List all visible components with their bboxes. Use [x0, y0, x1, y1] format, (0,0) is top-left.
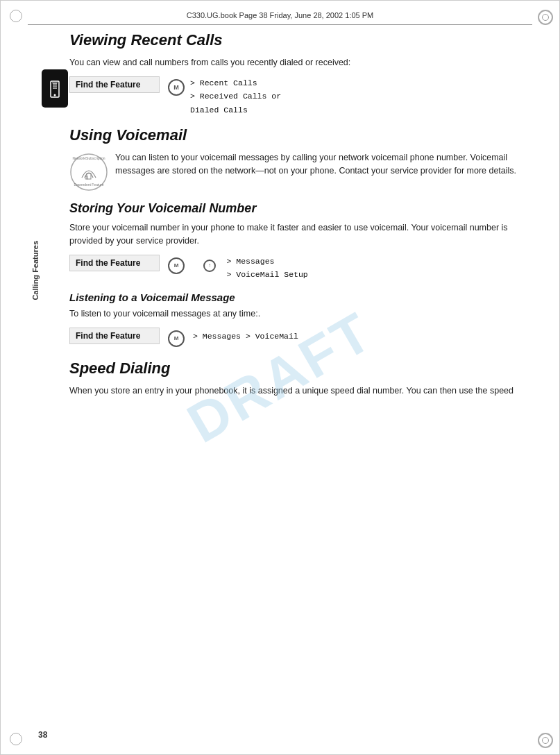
corner-mark-tr — [538, 10, 550, 22]
network-icon-container: Network/Subscription Dependent Feature — [69, 153, 108, 192]
menu-circle-2: M — [168, 257, 185, 274]
corner-circle-bl — [10, 733, 22, 745]
voicemail-text-block: You can listen to your voicemail message… — [115, 151, 529, 185]
title-listening-voicemail: Listening to a Voicemail Message — [69, 291, 529, 303]
find-feature-steps-2: ↑ > Messages > VoiceMail Setup — [193, 255, 308, 282]
menu-circle-2b: ↑ — [203, 260, 216, 272]
svg-point-3 — [54, 94, 56, 96]
title-viewing-recent-calls: Viewing Recent Calls — [69, 31, 529, 49]
find-feature-steps-3: > Messages > VoiceMail — [193, 330, 298, 343]
find-feature-label-3: Find the Feature — [69, 328, 160, 344]
corner-mark-bl — [10, 733, 22, 745]
menu-icon-1: M — [165, 76, 187, 99]
network-icon-box: Network/Subscription Dependent Feature — [69, 153, 108, 192]
find-feature-steps-2-text: > Messages > VoiceMail Setup — [226, 255, 307, 282]
section-listening-voicemail: Listening to a Voicemail Message To list… — [69, 291, 529, 350]
body-viewing-recent-calls: You can view and call numbers from calls… — [69, 56, 529, 69]
svg-text:Dependent Feature: Dependent Feature — [74, 183, 103, 187]
title-storing-voicemail: Storing Your Voicemail Number — [69, 201, 529, 216]
step-2-line1: > Messages — [226, 257, 274, 266]
find-feature-steps-1: > Recent Calls > Received Calls or Diale… — [190, 76, 281, 117]
body-storing-voicemail: Store your voicemail number in your phon… — [69, 221, 529, 248]
menu-circle-3: M — [168, 330, 185, 347]
find-feature-row-2: Find the Feature M ↑ > Messages > VoiceM… — [69, 255, 529, 282]
step-line-1b: > Received Calls or — [190, 92, 281, 101]
sidebar-label-text: Calling Features — [31, 241, 40, 300]
find-feature-label-2: Find the Feature — [69, 255, 160, 271]
section-viewing-recent-calls: Viewing Recent Calls You can view and ca… — [69, 31, 529, 117]
step-line-1a: > Recent Calls — [190, 78, 257, 87]
find-feature-row-1: Find the Feature M > Recent Calls > Rece… — [69, 76, 529, 117]
section-speed-dialing: Speed Dialing When you store an entry in… — [69, 359, 529, 398]
sidebar-label: Calling Features — [29, 139, 42, 402]
menu-circle-1: M — [168, 79, 185, 96]
section-storing-voicemail: Storing Your Voicemail Number Store your… — [69, 201, 529, 282]
section-using-voicemail: Using Voicemail Network/Subs — [69, 126, 529, 192]
body-speed-dialing: When you store an entry in your phoneboo… — [69, 384, 529, 398]
top-bar-text: C330.UG.book Page 38 Friday, June 28, 20… — [187, 11, 373, 19]
menu-icon-2: M — [165, 255, 187, 277]
top-bar: C330.UG.book Page 38 Friday, June 28, 20… — [28, 6, 532, 25]
menu-icon-2b: ↑ — [198, 255, 221, 277]
phone-icon-box — [42, 69, 68, 108]
corner-mark-tl — [10, 10, 22, 22]
page-number: 38 — [38, 730, 47, 740]
title-speed-dialing: Speed Dialing — [69, 359, 529, 378]
svg-rect-4 — [52, 83, 58, 83]
phone-icon — [47, 78, 62, 99]
step-2-line2: > VoiceMail Setup — [226, 270, 307, 279]
voicemail-row: Network/Subscription Dependent Feature Y… — [69, 151, 529, 192]
title-using-voicemail: Using Voicemail — [69, 126, 529, 144]
svg-text:Network/Subscription: Network/Subscription — [72, 156, 105, 160]
step-line-1c: Dialed Calls — [190, 105, 248, 114]
find-feature-row-3: Find the Feature M > Messages > VoiceMai… — [69, 328, 529, 350]
corner-circle-tl — [10, 10, 22, 22]
network-subscription-icon: Network/Subscription Dependent Feature — [69, 153, 108, 192]
main-content: Viewing Recent Calls You can view and ca… — [69, 31, 529, 720]
body-using-voicemail: You can listen to your voicemail message… — [115, 151, 529, 178]
corner-mark-br — [538, 733, 550, 745]
menu-icon-3: M — [165, 328, 187, 350]
step-3: > Messages > VoiceMail — [193, 332, 298, 341]
find-feature-label-1: Find the Feature — [69, 76, 160, 93]
body-listening-voicemail: To listen to your voicemail messages at … — [69, 307, 529, 321]
